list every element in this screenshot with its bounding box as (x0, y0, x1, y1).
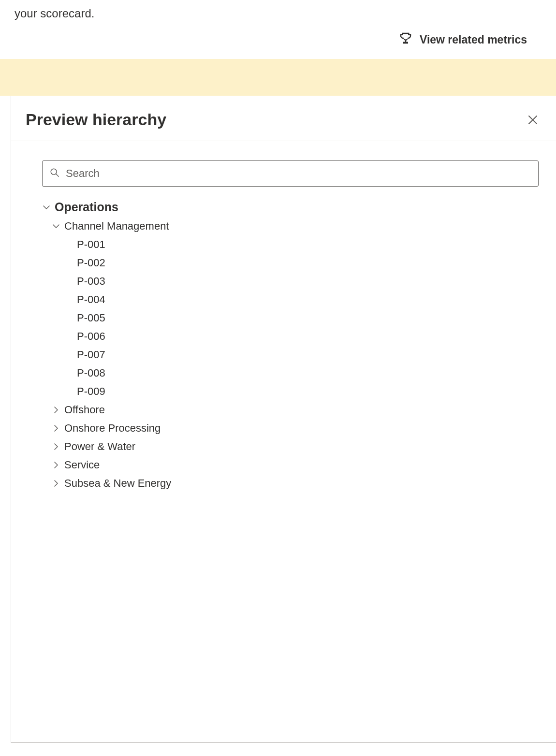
view-related-metrics-link[interactable]: View related metrics (398, 31, 527, 48)
tree-root-label: Operations (55, 200, 118, 214)
tree-leaf-row[interactable]: P-001 (42, 235, 539, 254)
trophy-icon (398, 31, 413, 48)
search-input[interactable] (65, 167, 531, 180)
tree-leaf-row[interactable]: P-003 (42, 272, 539, 291)
tree-leaf-label: P-001 (77, 238, 105, 251)
tree-leaf-label: P-003 (77, 275, 105, 288)
tree-leaf-row[interactable]: P-008 (42, 364, 539, 382)
tree-leaf-label: P-002 (77, 257, 105, 269)
chevron-down-icon (42, 203, 51, 212)
tree-leaf-row[interactable]: P-009 (42, 382, 539, 401)
preview-hierarchy-panel: Preview hierarchy OperationsChannel Mana… (11, 96, 556, 743)
tree-root-row[interactable]: Operations (42, 197, 539, 217)
tree-branch-row[interactable]: Power & Water (42, 437, 539, 456)
tree-leaf-label: P-009 (77, 385, 105, 398)
tree-leaf-row[interactable]: P-004 (42, 291, 539, 309)
panel-footer-divider (11, 742, 556, 743)
panel-header: Preview hierarchy (11, 96, 556, 141)
close-icon (527, 119, 539, 127)
view-related-metrics-label: View related metrics (420, 33, 527, 46)
tree-branch-label: Offshore (64, 404, 105, 416)
tree-leaf-row[interactable]: P-007 (42, 346, 539, 364)
scorecard-text-fragment: your scorecard. (15, 0, 541, 20)
tree-leaf-label: P-005 (77, 312, 105, 324)
tree-branch-label: Service (64, 459, 100, 471)
tree-leaf-label: P-004 (77, 293, 105, 306)
tree-branch-row[interactable]: Onshore Processing (42, 419, 539, 437)
chevron-right-icon (52, 424, 60, 433)
tree-branch-label: Power & Water (64, 440, 135, 453)
search-icon (49, 167, 60, 180)
tree-branch-label: Onshore Processing (64, 422, 161, 435)
tree-branch-label: Channel Management (64, 220, 169, 233)
tree-leaf-label: P-007 (77, 349, 105, 361)
chevron-right-icon (52, 442, 60, 451)
close-button[interactable] (527, 114, 539, 126)
chevron-down-icon (52, 222, 60, 231)
tree-leaf-label: P-006 (77, 330, 105, 343)
search-box[interactable] (42, 160, 539, 187)
panel-body: OperationsChannel ManagementP-001P-002P-… (11, 141, 556, 493)
tree-branch-label: Subsea & New Energy (64, 477, 171, 490)
tree-branch-row[interactable]: Offshore (42, 401, 539, 419)
chevron-right-icon (52, 406, 60, 414)
chevron-right-icon (52, 461, 60, 469)
tree-leaf-row[interactable]: P-005 (42, 309, 539, 327)
tree-branch-row[interactable]: Service (42, 456, 539, 474)
tree-leaf-row[interactable]: P-006 (42, 327, 539, 346)
chevron-right-icon (52, 479, 60, 488)
tree-leaf-row[interactable]: P-002 (42, 254, 539, 272)
topbar-link-row: View related metrics (15, 20, 541, 59)
tree-leaf-label: P-008 (77, 367, 105, 379)
notice-banner (0, 59, 556, 96)
hierarchy-tree: OperationsChannel ManagementP-001P-002P-… (42, 197, 539, 493)
panel-title: Preview hierarchy (26, 110, 166, 129)
tree-branch-row[interactable]: Channel Management (42, 217, 539, 235)
topbar: your scorecard. View related metrics (0, 0, 556, 59)
tree-branch-row[interactable]: Subsea & New Energy (42, 474, 539, 493)
